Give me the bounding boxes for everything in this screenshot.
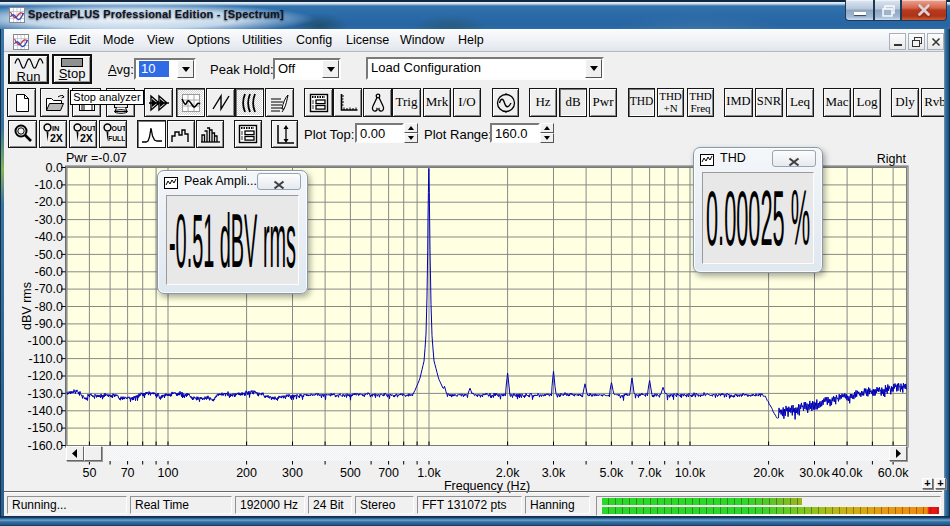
svg-text:-110.0: -110.0 <box>28 352 63 366</box>
svg-text:-90.0: -90.0 <box>35 317 64 331</box>
svg-text:60.0k: 60.0k <box>878 466 909 480</box>
svg-text:Pwr =-0.07: Pwr =-0.07 <box>66 151 127 165</box>
svg-text:7.0k: 7.0k <box>638 466 662 480</box>
svg-text:-130.0: -130.0 <box>28 387 63 401</box>
svg-text:30.0k: 30.0k <box>799 466 830 480</box>
svg-text:3.0k: 3.0k <box>542 466 566 480</box>
svg-text:700: 700 <box>378 466 399 480</box>
svg-text:Right: Right <box>877 152 907 166</box>
svg-text:-160.0: -160.0 <box>28 439 63 453</box>
svg-text:-120.0: -120.0 <box>28 369 63 383</box>
svg-text:-70.0: -70.0 <box>35 282 64 296</box>
svg-text:-80.0: -80.0 <box>35 300 64 314</box>
svg-text:-0.51 dBV rms: -0.51 dBV rms <box>169 203 296 277</box>
svg-text:2.0k: 2.0k <box>496 466 520 480</box>
svg-text:10.0k: 10.0k <box>675 466 706 480</box>
svg-text:-30.0: -30.0 <box>35 213 64 227</box>
svg-text:0.0: 0.0 <box>46 161 63 175</box>
svg-text:40.0k: 40.0k <box>832 466 863 480</box>
svg-text:-50.0: -50.0 <box>35 248 64 262</box>
svg-text:500: 500 <box>340 466 361 480</box>
svg-text:-150.0: -150.0 <box>28 421 63 435</box>
svg-text:100: 100 <box>158 466 179 480</box>
svg-text:50: 50 <box>82 466 96 480</box>
svg-text:300: 300 <box>282 466 303 480</box>
svg-text:5.0k: 5.0k <box>600 466 624 480</box>
svg-text:-100.0: -100.0 <box>28 334 63 348</box>
svg-text:20.0k: 20.0k <box>753 466 784 480</box>
svg-text:70: 70 <box>121 466 135 480</box>
svg-text:-140.0: -140.0 <box>28 404 63 418</box>
svg-text:-10.0: -10.0 <box>35 178 64 192</box>
svg-text:dBV rms: dBV rms <box>20 282 34 330</box>
svg-text:-20.0: -20.0 <box>35 195 64 209</box>
svg-text:-60.0: -60.0 <box>35 265 64 279</box>
svg-text:200: 200 <box>236 466 257 480</box>
svg-text:-40.0: -40.0 <box>35 230 64 244</box>
svg-text:1.0k: 1.0k <box>417 466 441 480</box>
svg-text:0.00025 %: 0.00025 % <box>706 180 810 256</box>
